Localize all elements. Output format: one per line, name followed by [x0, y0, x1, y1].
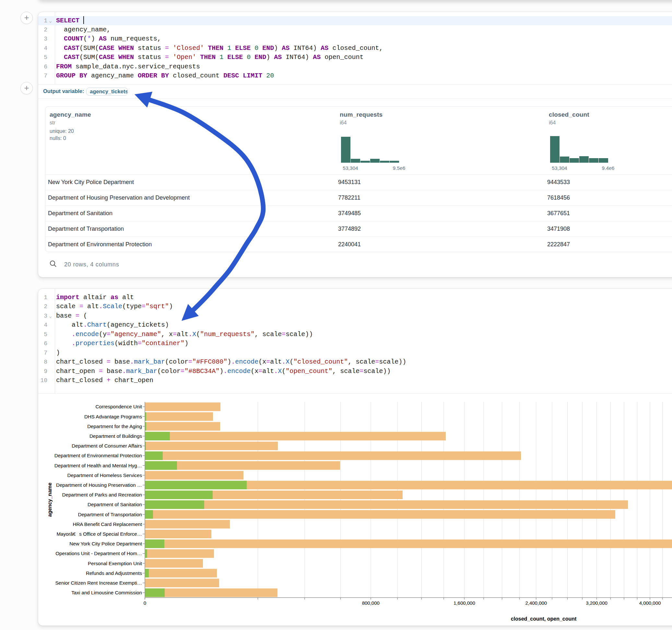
svg-text:Department of Buildings: Department of Buildings [90, 433, 142, 439]
svg-text:2,400,000: 2,400,000 [525, 600, 547, 606]
svg-text:Department of Transportation: Department of Transportation [78, 512, 142, 517]
svg-text:closed_count, open_count: closed_count, open_count [511, 616, 577, 622]
svg-text:Department of Housing Preserva: Department of Housing Preservation … [56, 482, 142, 488]
svg-text:Department of Parks and Recrea: Department of Parks and Recreation [62, 492, 142, 498]
svg-text:Refunds and Adjustments: Refunds and Adjustments [86, 571, 142, 576]
svg-text:Operations Unit - Department o: Operations Unit - Department of Hom… [55, 551, 142, 556]
svg-text:agency_name: agency_name [47, 483, 52, 517]
svg-text:Mayorâ€ s Office of Special E: Mayorâ€ s Office of Special Enforce… [56, 531, 142, 537]
svg-text:Personal Exemption Unit: Personal Exemption Unit [88, 561, 142, 566]
svg-text:Correspondence Unit: Correspondence Unit [95, 404, 142, 409]
svg-text:Department of Homeless Service: Department of Homeless Services [67, 472, 142, 478]
svg-text:Department of Health and Menta: Department of Health and Mental Hyg… [54, 463, 142, 468]
svg-text:800,000: 800,000 [362, 600, 380, 606]
svg-text:DHS Advantage Programs: DHS Advantage Programs [84, 414, 142, 419]
svg-text:New York City Police Departmen: New York City Police Department [69, 541, 142, 547]
svg-text:3,200,000: 3,200,000 [586, 600, 607, 606]
svg-text:HRA Benefit Card Replacement: HRA Benefit Card Replacement [73, 522, 142, 527]
svg-text:0: 0 [144, 600, 146, 606]
svg-text:Department of Environmental Pr: Department of Environmental Protection [54, 453, 142, 458]
svg-text:1,600,000: 1,600,000 [454, 600, 475, 606]
svg-text:Department of Sanitation: Department of Sanitation [88, 502, 142, 507]
svg-text:4,000,000: 4,000,000 [639, 600, 661, 606]
svg-text:Department of Consumer Affairs: Department of Consumer Affairs [72, 443, 142, 449]
svg-text:Taxi and Limousine Commission: Taxi and Limousine Commission [71, 590, 142, 595]
svg-text:Department for the Aging: Department for the Aging [87, 423, 142, 429]
svg-text:Senior Citizen Rent Increase E: Senior Citizen Rent Increase Exempti… [55, 580, 142, 586]
